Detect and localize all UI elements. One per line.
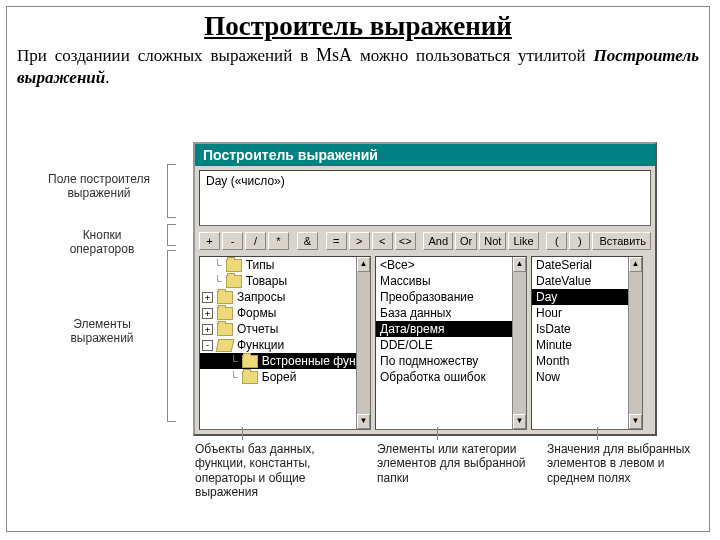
folder-icon bbox=[242, 355, 258, 368]
folder-icon bbox=[217, 323, 233, 336]
scroll-up-icon[interactable]: ▲ bbox=[357, 257, 370, 272]
tree-item[interactable]: +Отчеты bbox=[200, 321, 370, 337]
op-eq[interactable]: = bbox=[326, 232, 347, 250]
list-item[interactable]: DateSerial bbox=[532, 257, 642, 273]
op-or[interactable]: Or bbox=[455, 232, 477, 250]
page-title: Построитель выражений bbox=[7, 11, 709, 42]
expand-icon[interactable]: + bbox=[202, 308, 213, 319]
scroll-down-icon[interactable]: ▼ bbox=[357, 414, 370, 429]
tree-item[interactable]: +Формы bbox=[200, 305, 370, 321]
folder-icon bbox=[226, 275, 242, 288]
op-lt[interactable]: < bbox=[372, 232, 393, 250]
label-ops: Кнопки операторов bbox=[57, 228, 147, 256]
op-and[interactable]: And bbox=[423, 232, 453, 250]
list-item[interactable]: Преобразование bbox=[376, 289, 526, 305]
list-item[interactable]: База данных bbox=[376, 305, 526, 321]
op-div[interactable]: / bbox=[245, 232, 266, 250]
scrollbar[interactable]: ▲ ▼ bbox=[356, 257, 370, 429]
bracket-ops bbox=[167, 224, 176, 246]
callout-objects: Объекты баз данных, функции, константы, … bbox=[195, 442, 350, 500]
scroll-down-icon[interactable]: ▼ bbox=[629, 414, 642, 429]
op-lparen[interactable]: ( bbox=[546, 232, 567, 250]
list-item[interactable]: Hour bbox=[532, 305, 642, 321]
list-item[interactable]: Now bbox=[532, 369, 642, 385]
list-item[interactable]: Массивы bbox=[376, 273, 526, 289]
tree-item[interactable]: +Запросы bbox=[200, 289, 370, 305]
tree-item[interactable]: -Функции bbox=[200, 337, 370, 353]
tree-line-icon: └ bbox=[230, 371, 238, 383]
op-gt[interactable]: > bbox=[349, 232, 370, 250]
intro-end: . bbox=[105, 68, 109, 87]
label-field: Поле построителя выражений bbox=[39, 172, 159, 200]
expression-input[interactable]: Day («число») bbox=[199, 170, 651, 226]
tree-item[interactable]: └Товары bbox=[200, 273, 370, 289]
insert-button[interactable]: Вставить bbox=[592, 232, 651, 250]
list-item[interactable]: Обработка ошибок bbox=[376, 369, 526, 385]
tree-item-label: Функции bbox=[237, 338, 284, 352]
list-item[interactable]: Дата/время bbox=[376, 321, 526, 337]
tree-item[interactable]: └Борей bbox=[200, 369, 370, 385]
label-elements: Элементы выражений bbox=[57, 317, 147, 345]
folder-icon bbox=[217, 307, 233, 320]
tree-line-icon: └ bbox=[214, 275, 222, 287]
intro-msa: MsA bbox=[316, 45, 352, 65]
scrollbar[interactable]: ▲ ▼ bbox=[628, 257, 642, 429]
bracket-elements bbox=[167, 250, 176, 422]
op-ne[interactable]: <> bbox=[395, 232, 416, 250]
tree-line-icon: └ bbox=[214, 259, 222, 271]
scroll-up-icon[interactable]: ▲ bbox=[513, 257, 526, 272]
op-mul[interactable]: * bbox=[268, 232, 289, 250]
bracket-field bbox=[167, 164, 176, 218]
op-rparen[interactable]: ) bbox=[569, 232, 590, 250]
value-panel[interactable]: DateSerialDateValueDayHourIsDateMinuteMo… bbox=[531, 256, 643, 430]
tree-item[interactable]: └Типы bbox=[200, 257, 370, 273]
expand-icon[interactable]: + bbox=[202, 292, 213, 303]
tree-item-label: Формы bbox=[237, 306, 276, 320]
titlebar: Построитель выражений bbox=[195, 144, 655, 166]
tree-line-icon: └ bbox=[230, 355, 238, 367]
list-item[interactable]: По подмножеству bbox=[376, 353, 526, 369]
callout-line bbox=[437, 427, 438, 440]
op-plus[interactable]: + bbox=[199, 232, 220, 250]
callout-values: Значения для выбранных элементов в левом… bbox=[547, 442, 697, 485]
callout-line bbox=[242, 427, 243, 440]
operator-row: + - / * & = > < <> And Or Not Like ( ) В… bbox=[195, 230, 655, 252]
folder-icon bbox=[217, 291, 233, 304]
scroll-down-icon[interactable]: ▼ bbox=[513, 414, 526, 429]
tree-item-label: Встроенные функ bbox=[262, 354, 361, 368]
scroll-up-icon[interactable]: ▲ bbox=[629, 257, 642, 272]
folder-icon bbox=[226, 259, 242, 272]
op-amp[interactable]: & bbox=[297, 232, 318, 250]
collapse-icon[interactable]: - bbox=[202, 340, 213, 351]
list-item[interactable]: Day bbox=[532, 289, 642, 305]
category-panel[interactable]: <Все>МассивыПреобразованиеБаза данныхДат… bbox=[375, 256, 527, 430]
intro-part2: можно пользоваться утилитой bbox=[352, 46, 593, 65]
list-item[interactable]: Minute bbox=[532, 337, 642, 353]
expand-icon[interactable]: + bbox=[202, 324, 213, 335]
scrollbar[interactable]: ▲ ▼ bbox=[512, 257, 526, 429]
tree-item[interactable]: └Встроенные функ bbox=[200, 353, 370, 369]
tree-item-label: Отчеты bbox=[237, 322, 278, 336]
tree-panel[interactable]: └Типы└Товары+Запросы+Формы+Отчеты-Функци… bbox=[199, 256, 371, 430]
callout-categories: Элементы или категории элементов для выб… bbox=[377, 442, 532, 485]
callout-line bbox=[597, 427, 598, 440]
intro-part1: При созданиии сложных выражений в bbox=[17, 46, 316, 65]
tree-item-label: Борей bbox=[262, 370, 297, 384]
tree-item-label: Товары bbox=[246, 274, 287, 288]
folder-open-icon bbox=[216, 339, 235, 352]
op-not[interactable]: Not bbox=[479, 232, 506, 250]
tree-item-label: Запросы bbox=[237, 290, 285, 304]
expression-builder-window: Построитель выражений Day («число») + - … bbox=[193, 142, 657, 436]
list-item[interactable]: DateValue bbox=[532, 273, 642, 289]
list-item[interactable]: Month bbox=[532, 353, 642, 369]
folder-icon bbox=[242, 371, 258, 384]
list-item[interactable]: DDE/OLE bbox=[376, 337, 526, 353]
intro-text: При созданиии сложных выражений в MsA мо… bbox=[7, 42, 709, 88]
list-item[interactable]: IsDate bbox=[532, 321, 642, 337]
list-item[interactable]: <Все> bbox=[376, 257, 526, 273]
op-like[interactable]: Like bbox=[508, 232, 538, 250]
tree-item-label: Типы bbox=[246, 258, 275, 272]
op-minus[interactable]: - bbox=[222, 232, 243, 250]
